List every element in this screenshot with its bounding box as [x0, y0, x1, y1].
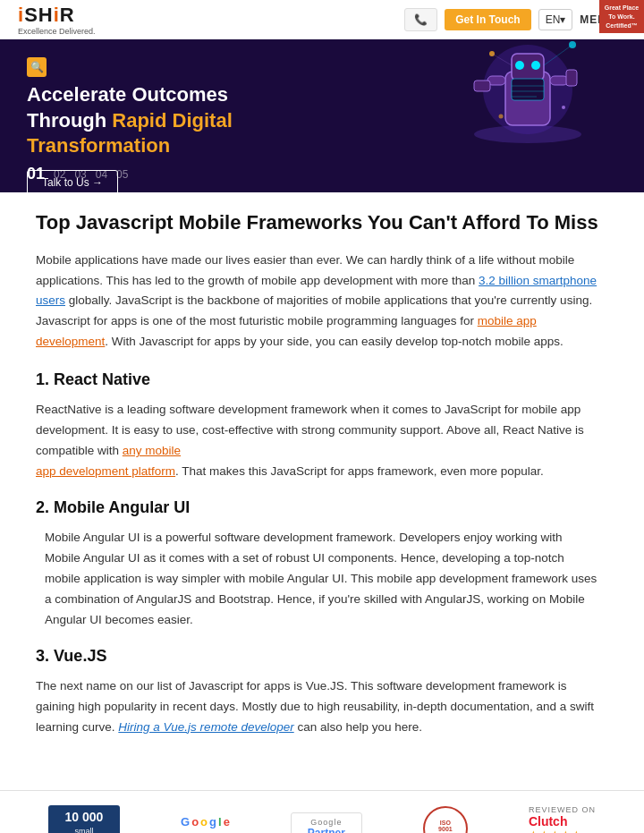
logo: iSHiR Excellence Delivered.: [18, 4, 96, 36]
footer-logos: 10 000 small businesses Google AdWords G…: [18, 805, 626, 833]
clutch-top-label: REVIEWED ON: [529, 805, 596, 814]
clutch-stars: ★★★★★: [529, 829, 582, 833]
badge-10000: 10 000 small businesses: [48, 805, 120, 833]
article-title: Top Javascript Mobile Frameworks You Can…: [36, 210, 608, 236]
hero-cta-button[interactable]: Talk to Us →: [27, 170, 118, 192]
hero-content: 🔍 Accelerate Outcomes Through Rapid Digi…: [0, 39, 644, 192]
gptw-badge: Great Place To Work. Certified™: [599, 0, 644, 33]
iso-badge: ISO 9001 Certified: [423, 806, 468, 833]
intro-text-3: . With Javascript for apps by your side,…: [105, 335, 564, 348]
clutch-name: Clutch: [529, 814, 568, 829]
footer: 10 000 small businesses Google AdWords G…: [0, 790, 644, 833]
section-2-heading: 2. Mobile Angular UI: [36, 498, 608, 517]
vue-text-2: can also help you here.: [294, 720, 422, 734]
main-content: Top Javascript Mobile Frameworks You Can…: [0, 192, 644, 772]
hero-title-line1: Accelerate Outcomes: [27, 82, 617, 108]
react-text-1: ReactNative is a leading software develo…: [36, 403, 584, 457]
badge-10000-item: 10 000 small businesses: [48, 805, 120, 833]
clutch-badge: REVIEWED ON Clutch ★★★★★ 9 REVIEWS: [529, 805, 596, 833]
article-intro: Mobile applications have made our lives …: [36, 251, 608, 353]
section-1-text: ReactNative is a leading software develo…: [36, 400, 608, 482]
phone-button[interactable]: 📞: [404, 8, 437, 31]
hero-title-line3: Transformation: [27, 133, 617, 159]
google-adwords-badge: Google AdWords: [181, 815, 230, 833]
logo-text: iSHiR: [18, 4, 96, 27]
hero-banner: iSHiR Excellence Delivered. 📞 Get In Tou…: [0, 0, 644, 192]
hero-title-line2: Through Rapid Digital: [27, 108, 617, 134]
hero-title: Accelerate Outcomes Through Rapid Digita…: [27, 82, 617, 159]
partner-label: Partner: [308, 827, 345, 833]
section-2-text: Mobile Angular UI is a powerful software…: [36, 528, 608, 631]
search-icon[interactable]: 🔍: [27, 57, 47, 77]
section-3-text: The next name on our list of Javascript …: [36, 676, 608, 738]
google-label: Google: [310, 818, 342, 827]
logo-tagline: Excellence Delivered.: [18, 27, 96, 36]
react-text-2: . That makes this JavaScript for apps fr…: [175, 464, 544, 478]
section-3-heading: 3. Vue.JS: [36, 647, 608, 666]
google-partner-badge: Google Partner: [291, 812, 362, 833]
google-ads-logo: Google: [181, 815, 230, 829]
section-1-heading: 1. React Native: [36, 370, 608, 389]
vue-developer-link[interactable]: Hiring a Vue.js remote developer: [118, 720, 293, 734]
